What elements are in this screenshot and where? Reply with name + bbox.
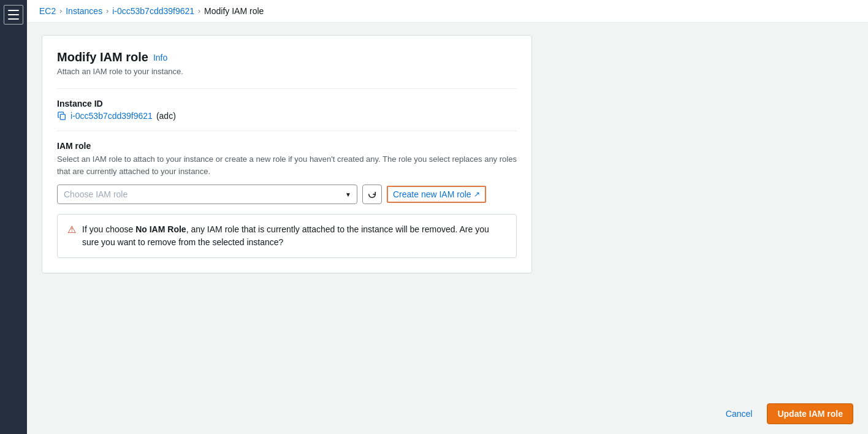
refresh-icon (368, 190, 376, 199)
sidebar (0, 0, 27, 434)
instance-id-label: Instance ID (57, 99, 517, 108)
create-role-label: Create new IAM role (393, 189, 471, 199)
cancel-button[interactable]: Cancel (718, 405, 760, 422)
card-title: Modify IAM role (57, 50, 148, 64)
iam-role-select-wrapper: Choose IAM role ▼ (57, 185, 357, 204)
update-iam-role-button[interactable]: Update IAM role (767, 403, 853, 424)
info-link[interactable]: Info (153, 53, 167, 63)
instance-id-value: i-0cc53b7cdd39f9621 (adc) (57, 111, 517, 121)
breadcrumb-sep-2: › (106, 7, 108, 15)
card-header: Modify IAM role Info (57, 50, 517, 64)
breadcrumb-instance-id[interactable]: i-0cc53b7cdd39f9621 (112, 6, 194, 16)
iam-role-label: IAM role (57, 141, 517, 151)
divider-1 (57, 88, 517, 89)
page-content: Modify IAM role Info Attach an IAM role … (27, 23, 868, 394)
breadcrumb-instances[interactable]: Instances (66, 6, 102, 16)
refresh-button[interactable] (362, 185, 382, 204)
iam-role-select[interactable]: Choose IAM role (57, 185, 357, 204)
modify-iam-role-card: Modify IAM role Info Attach an IAM role … (42, 35, 532, 273)
breadcrumb: EC2 › Instances › i-0cc53b7cdd39f9621 › … (27, 0, 868, 23)
iam-role-desc: Select an IAM role to attach to your ins… (57, 153, 517, 177)
instance-id-link[interactable]: i-0cc53b7cdd39f9621 (70, 111, 153, 121)
breadcrumb-ec2[interactable]: EC2 (39, 6, 56, 16)
main-content: EC2 › Instances › i-0cc53b7cdd39f9621 › … (27, 0, 868, 434)
breadcrumb-sep-3: › (198, 7, 200, 15)
menu-button[interactable] (4, 5, 23, 25)
warning-box: ⚠ If you choose No IAM Role, any IAM rol… (57, 214, 517, 258)
warning-bold-text: No IAM Role (135, 224, 186, 234)
breadcrumb-current: Modify IAM role (204, 6, 264, 16)
divider-2 (57, 131, 517, 131)
breadcrumb-sep-1: › (59, 7, 62, 15)
footer-actions: Cancel Update IAM role (27, 394, 868, 434)
warning-text: If you choose No IAM Role, any IAM role … (82, 223, 506, 249)
instance-id-suffix: (adc) (156, 111, 176, 121)
warning-icon: ⚠ (67, 224, 76, 235)
copy-icon[interactable] (57, 111, 67, 121)
create-new-iam-role-link[interactable]: Create new IAM role ↗ (387, 186, 486, 203)
iam-controls: Choose IAM role ▼ Create new IAM role ↗ (57, 185, 517, 204)
card-subtitle: Attach an IAM role to your instance. (57, 67, 517, 76)
warning-text-before: If you choose (82, 224, 135, 234)
external-link-icon: ↗ (474, 190, 480, 199)
svg-rect-0 (60, 114, 65, 120)
